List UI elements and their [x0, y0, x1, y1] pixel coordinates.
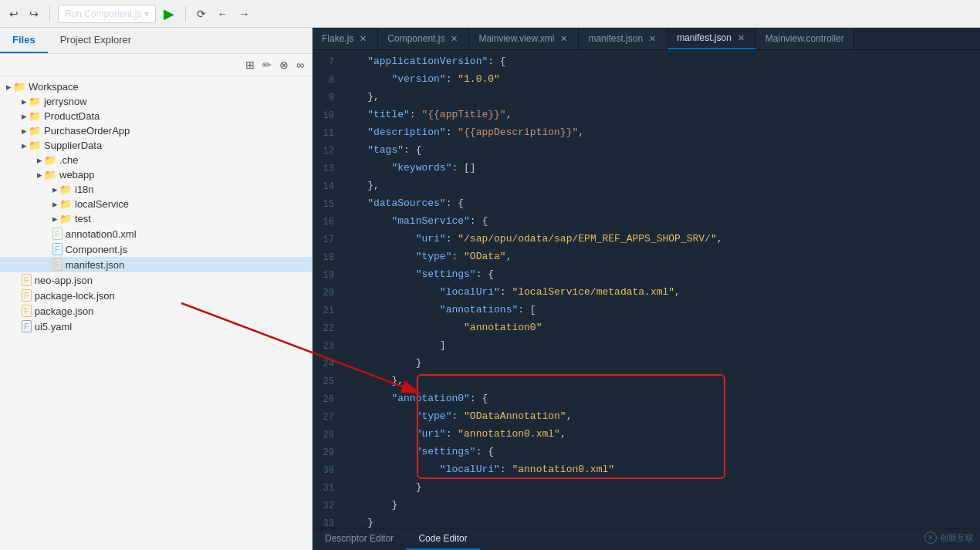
code-line-8: 8 "version": "1.0.0" [313, 71, 980, 89]
line-number-24: 24 [313, 355, 343, 373]
tab-close-1[interactable]: ✕ [449, 34, 459, 44]
code-line-10: 10 "title": "{{appTitle}}", [313, 106, 980, 124]
tab-files[interactable]: Files [0, 28, 48, 53]
tree-item-ui5-yaml[interactable]: Fui5.yaml [0, 319, 312, 334]
tree-item-test[interactable]: ▸📁test [0, 211, 312, 226]
redo-button[interactable]: ↪ [26, 6, 42, 22]
sidebar-toolbar: ⊞ ✏ ⊗ ∞ [0, 54, 312, 76]
tree-item-manifest-json[interactable]: Fmanifest.json [0, 257, 312, 272]
line-content-11: "description": "{{appDescription}}", [343, 124, 980, 141]
code-line-7: 7 "applicationVersion": { [313, 53, 980, 71]
editor-tab-3[interactable]: manifest.json✕ [579, 28, 667, 49]
line-number-7: 7 [313, 53, 343, 71]
tab-project-explorer[interactable]: Project Explorer [48, 28, 144, 53]
tree-item-i18n[interactable]: ▸📁i18n [0, 182, 312, 197]
editor-tab-2[interactable]: Mainview.view.xml✕ [469, 28, 579, 49]
tab-label-1: Component.js [387, 33, 444, 44]
rename-button[interactable]: ✏ [261, 57, 273, 73]
tree-item-neo-app-json[interactable]: Fneo-app.json [0, 272, 312, 288]
link-button[interactable]: ∞ [295, 57, 306, 73]
code-line-20: 20 "localUri": "localService/metadata.xm… [313, 284, 980, 302]
editor-tab-1[interactable]: Component.js✕ [378, 28, 469, 49]
code-line-12: 12 "tags": { [313, 142, 980, 160]
divider [49, 6, 50, 22]
line-content-29: "settings": { [343, 444, 980, 461]
tree-item-jerrysnow[interactable]: ▸📁jerrysnow [0, 94, 312, 109]
code-editor[interactable]: 7 "applicationVersion": {8 "version": "1… [313, 50, 980, 528]
line-content-13: "keywords": [] [343, 160, 980, 177]
code-line-23: 23 ] [313, 337, 980, 355]
tree-item-webapp[interactable]: ▸📁webapp [0, 167, 312, 182]
line-content-21: "annotations": [ [343, 302, 980, 319]
line-number-19: 19 [313, 266, 343, 284]
code-line-14: 14 }, [313, 177, 980, 195]
editor-tab-4[interactable]: manifest.json✕ [667, 28, 756, 49]
code-line-15: 15 "dataSources": { [313, 195, 980, 213]
delete-button[interactable]: ⊗ [278, 57, 290, 73]
line-number-20: 20 [313, 284, 343, 302]
code-line-22: 22 "annotation0" [313, 319, 980, 337]
line-content-10: "title": "{{appTitle}}", [343, 106, 980, 123]
line-number-17: 17 [313, 231, 343, 248]
code-line-27: 27 "type": "ODataAnnotation", [313, 408, 980, 426]
line-number-15: 15 [313, 195, 343, 213]
new-file-button[interactable]: ⊞ [244, 57, 256, 73]
toolbar: ↩ ↪ Run Component.js ▾ ▶ ⟳ ← → [0, 0, 980, 28]
line-content-22: "annotation0" [343, 319, 980, 336]
line-content-25: }, [343, 373, 980, 390]
line-content-32: } [343, 497, 980, 514]
tree-item-package-lock-json[interactable]: Fpackage-lock.json [0, 288, 312, 303]
code-line-26: 26 "annotation0": { [313, 390, 980, 408]
refresh-button[interactable]: ⟳ [194, 6, 209, 22]
line-content-7: "applicationVersion": { [343, 53, 980, 70]
code-line-24: 24 } [313, 355, 980, 373]
line-content-18: "type": "OData", [343, 248, 980, 265]
tree-item-supplierdata[interactable]: ▸📁SupplierData [0, 138, 312, 153]
line-content-30: "localUri": "annotation0.xml" [343, 461, 980, 478]
tree-item-localservice[interactable]: ▸📁localService [0, 197, 312, 211]
editor-area: Flake.js✕Component.js✕Mainview.view.xml✕… [313, 28, 980, 550]
code-line-25: 25 }, [313, 373, 980, 390]
file-tree: ▸📁Workspace▸📁jerrysnow▸📁ProductData▸📁Pur… [0, 76, 312, 550]
tree-item-component-js[interactable]: FComponent.js [0, 241, 312, 257]
tree-item-annotation0-xml[interactable]: Fannotation0.xml [0, 226, 312, 241]
editor-tab-5[interactable]: Mainview.controller [756, 28, 854, 49]
line-number-33: 33 [313, 515, 343, 528]
line-content-26: "annotation0": { [343, 390, 980, 407]
line-number-29: 29 [313, 444, 343, 461]
tab-close-0[interactable]: ✕ [358, 34, 368, 44]
bottom-tab-1[interactable]: Code Editor [406, 528, 479, 550]
line-number-12: 12 [313, 142, 343, 160]
tree-item-workspace[interactable]: ▸📁Workspace [0, 79, 312, 94]
line-number-32: 32 [313, 497, 343, 515]
tab-label-2: Mainview.view.xml [478, 33, 554, 44]
bottom-tab-0[interactable]: Descriptor Editor [313, 528, 406, 550]
tab-label-4: manifest.json [677, 32, 732, 43]
line-content-24: } [343, 355, 980, 372]
tab-bar: Flake.js✕Component.js✕Mainview.view.xml✕… [313, 28, 980, 50]
run-selector-label: Run Component.js [65, 8, 141, 19]
forward-button[interactable]: → [235, 6, 252, 22]
tab-close-3[interactable]: ✕ [647, 34, 657, 44]
tree-item-package-json[interactable]: Fpackage.json [0, 303, 312, 319]
tree-item-purchaseorderapp[interactable]: ▸📁PurchaseOrderApp [0, 123, 312, 138]
play-button[interactable]: ▶ [161, 4, 177, 24]
code-line-32: 32 } [313, 497, 980, 515]
editor-tab-0[interactable]: Flake.js✕ [313, 28, 378, 49]
code-line-11: 11 "description": "{{appDescription}}", [313, 124, 980, 142]
run-selector[interactable]: Run Component.js ▾ [58, 5, 156, 23]
line-number-23: 23 [313, 337, 343, 355]
code-line-31: 31 } [313, 479, 980, 497]
line-number-16: 16 [313, 213, 343, 231]
tree-item--che[interactable]: ▸📁.che [0, 153, 312, 167]
sidebar: Files Project Explorer ⊞ ✏ ⊗ ∞ ▸📁Workspa… [0, 28, 313, 550]
bottom-tab-bar: Descriptor EditorCode Editor [313, 528, 980, 550]
code-line-9: 9 }, [313, 89, 980, 106]
tree-item-productdata[interactable]: ▸📁ProductData [0, 109, 312, 123]
line-number-11: 11 [313, 124, 343, 142]
tab-close-4[interactable]: ✕ [736, 33, 746, 43]
tab-close-2[interactable]: ✕ [559, 34, 569, 44]
code-line-19: 19 "settings": { [313, 266, 980, 284]
undo-button[interactable]: ↩ [6, 6, 22, 22]
back-button[interactable]: ← [214, 6, 231, 22]
